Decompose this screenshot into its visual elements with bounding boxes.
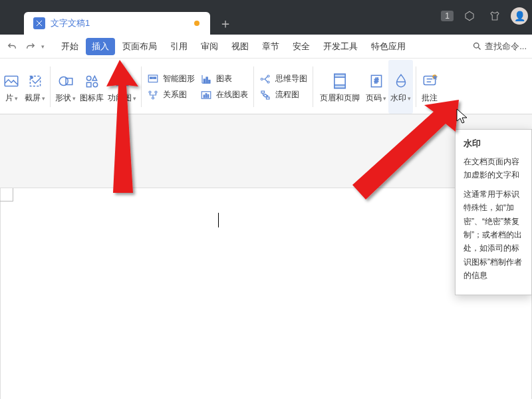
search-command[interactable]: 查找命令... — [472, 41, 527, 53]
menu-tabs: 开始 插入 页面布局 引用 审阅 视图 章节 安全 开发工具 特色应用 — [55, 38, 412, 55]
svg-marker-0 — [466, 11, 473, 21]
shirt-icon[interactable] — [485, 7, 504, 25]
iconlib-button[interactable]: 图标库 — [78, 60, 106, 114]
svg-text:#: # — [374, 76, 378, 84]
tab-reference[interactable]: 引用 — [164, 38, 194, 55]
tab-insert[interactable]: 插入 — [86, 38, 115, 55]
watermark-button[interactable]: 水印▾ — [388, 60, 413, 114]
svg-rect-29 — [203, 95, 205, 98]
shape-icon — [57, 70, 75, 92]
chart-icon — [200, 73, 212, 85]
picture-icon — [2, 70, 21, 92]
redo-button[interactable] — [23, 39, 39, 55]
margin-mark — [0, 188, 13, 201]
svg-rect-18 — [150, 77, 153, 78]
search-icon — [472, 41, 482, 51]
watermark-icon — [392, 70, 410, 92]
notification-badge[interactable]: 1 — [441, 11, 454, 21]
tab-special[interactable]: 特色应用 — [365, 38, 412, 55]
svg-rect-40 — [334, 85, 345, 88]
qa-dropdown[interactable]: ▾ — [41, 43, 45, 50]
svg-point-1 — [474, 43, 479, 49]
svg-point-34 — [267, 81, 269, 83]
svg-point-33 — [267, 75, 269, 77]
tab-devtools[interactable]: 开发工具 — [317, 38, 364, 55]
mindmap-button[interactable]: 思维导图 — [259, 73, 307, 85]
svg-rect-36 — [267, 97, 270, 99]
tab-security[interactable]: 安全 — [287, 38, 316, 55]
headerfooter-button[interactable]: 页眉和页脚 — [316, 60, 364, 114]
svg-rect-35 — [261, 91, 265, 93]
watermark-tooltip: 水印 在文档页面内容加虚影的文字和 这通常用于标识特殊性，如“加密”、“绝密”禁… — [455, 129, 532, 295]
page[interactable] — [0, 188, 532, 399]
user-avatar[interactable]: 👤 — [511, 7, 528, 25]
picture-button[interactable]: 片▾ — [0, 60, 23, 114]
tab-start[interactable]: 开始 — [55, 38, 84, 55]
tab-review[interactable]: 审阅 — [195, 38, 224, 55]
tab-chapter[interactable]: 章节 — [256, 38, 285, 55]
svg-point-8 — [86, 76, 91, 80]
pagenum-button[interactable]: # 页码▾ — [364, 60, 388, 114]
svg-marker-9 — [92, 76, 97, 80]
tooltip-text-2: 这通常用于标识特殊性，如“加密”、“绝密”禁复制”；或者档的出处，如添司的标识图… — [464, 188, 523, 283]
flowchart-button[interactable]: 流程图 — [259, 89, 307, 101]
comment-button[interactable]: ★ 批注 — [419, 60, 440, 114]
comment-icon: ★ — [421, 70, 438, 92]
funcpic-button[interactable]: 功能图▾ — [106, 60, 138, 114]
smartart-button[interactable]: 智能图形 — [147, 73, 195, 85]
headerfooter-icon — [330, 70, 350, 92]
svg-rect-30 — [205, 93, 207, 97]
onlinechart-button[interactable]: 在线图表 — [200, 89, 248, 101]
unsaved-indicator — [194, 21, 200, 26]
svg-rect-31 — [207, 94, 209, 98]
text-cursor — [218, 213, 219, 227]
svg-point-5 — [30, 76, 32, 78]
shape-button[interactable]: 形状▾ — [53, 60, 78, 114]
tooltip-text-1: 在文档页面内容加虚影的文字和 — [464, 155, 523, 182]
search-label: 查找命令... — [485, 41, 527, 53]
svg-point-20 — [149, 91, 151, 93]
tooltip-title: 水印 — [464, 136, 523, 151]
relation-button[interactable]: 关系图 — [147, 89, 195, 101]
quick-access: ▾ — [4, 39, 45, 55]
svg-rect-26 — [206, 77, 207, 83]
title-bar: 文字文稿1 ＋ 1 👤 — [0, 0, 532, 35]
svg-point-32 — [261, 78, 263, 80]
svg-rect-39 — [334, 74, 345, 78]
svg-line-2 — [479, 47, 481, 49]
iconlib-icon — [82, 70, 101, 92]
screenshot-icon — [26, 70, 45, 92]
ribbon: 片▾ 截屏▾ 形状▾ 图标库 功能图▾ 智能图形 关系图 图表 在线图表 思维导… — [0, 59, 532, 114]
mindmap-icon — [259, 73, 271, 85]
svg-point-21 — [155, 91, 157, 93]
svg-point-11 — [93, 82, 98, 87]
document-icon — [33, 17, 45, 29]
chart-button[interactable]: 图表 — [200, 73, 248, 85]
svg-rect-10 — [86, 82, 91, 87]
document-tab[interactable]: 文字文稿1 — [24, 12, 210, 35]
undo-button[interactable] — [4, 39, 20, 55]
title-right: 1 👤 — [441, 7, 528, 25]
menu-bar: ▾ 开始 插入 页面布局 引用 审阅 视图 章节 安全 开发工具 特色应用 查找… — [0, 35, 532, 59]
flowchart-icon — [259, 89, 271, 101]
screenshot-button[interactable]: 截屏▾ — [23, 60, 47, 114]
svg-rect-25 — [203, 79, 205, 83]
svg-point-22 — [152, 97, 154, 99]
new-tab-button[interactable]: ＋ — [214, 12, 237, 35]
hexagon-icon[interactable] — [460, 7, 479, 25]
onlinechart-icon — [200, 89, 212, 101]
svg-rect-19 — [154, 77, 156, 78]
document-area — [0, 114, 532, 399]
pagenum-icon: # — [368, 70, 385, 92]
tab-title: 文字文稿1 — [51, 17, 90, 29]
relation-icon — [147, 89, 159, 101]
tab-view[interactable]: 视图 — [225, 38, 255, 55]
svg-rect-27 — [209, 80, 210, 83]
smartart-icon — [147, 73, 159, 85]
tab-layout[interactable]: 页面布局 — [116, 38, 163, 55]
funcpic-icon — [113, 70, 132, 92]
